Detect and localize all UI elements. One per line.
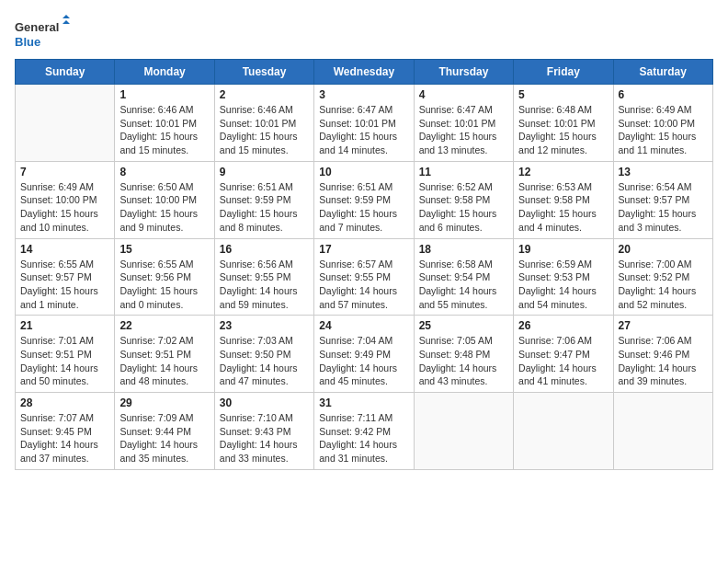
day-info: Sunrise: 7:05 AM Sunset: 9:48 PM Dayligh… [419, 334, 508, 388]
day-number: 24 [319, 319, 408, 332]
day-number: 21 [20, 319, 109, 332]
day-number: 2 [220, 88, 309, 101]
day-number: 10 [319, 166, 408, 178]
calendar-cell: 7Sunrise: 6:49 AM Sunset: 10:00 PM Dayli… [16, 161, 115, 238]
day-info: Sunrise: 7:10 AM Sunset: 9:43 PM Dayligh… [220, 411, 309, 465]
calendar-cell [514, 393, 613, 470]
calendar-cell: 8Sunrise: 6:50 AM Sunset: 10:00 PM Dayli… [115, 161, 214, 238]
day-number: 11 [419, 166, 508, 178]
day-number: 1 [119, 88, 209, 101]
calendar-week-3: 14Sunrise: 6:55 AM Sunset: 9:57 PM Dayli… [16, 238, 713, 316]
day-info: Sunrise: 6:54 AM Sunset: 9:57 PM Dayligh… [619, 180, 708, 235]
day-info: Sunrise: 6:55 AM Sunset: 9:57 PM Dayligh… [20, 258, 109, 312]
day-info: Sunrise: 6:50 AM Sunset: 10:00 PM Daylig… [119, 180, 209, 235]
day-info: Sunrise: 6:51 AM Sunset: 9:59 PM Dayligh… [220, 180, 309, 235]
day-number: 20 [619, 243, 708, 256]
logo-svg: General Blue [15, 15, 70, 52]
calendar-cell: 16Sunrise: 6:56 AM Sunset: 9:55 PM Dayli… [214, 238, 313, 316]
day-number: 31 [319, 396, 408, 409]
calendar-cell: 24Sunrise: 7:04 AM Sunset: 9:49 PM Dayli… [314, 316, 414, 393]
day-info: Sunrise: 6:51 AM Sunset: 9:59 PM Dayligh… [319, 180, 408, 235]
calendar-cell: 29Sunrise: 7:09 AM Sunset: 9:44 PM Dayli… [115, 393, 214, 470]
day-info: Sunrise: 6:58 AM Sunset: 9:54 PM Dayligh… [419, 258, 508, 312]
day-info: Sunrise: 6:53 AM Sunset: 9:58 PM Dayligh… [518, 180, 608, 235]
day-number: 17 [319, 243, 408, 256]
calendar-cell: 23Sunrise: 7:03 AM Sunset: 9:50 PM Dayli… [214, 316, 313, 393]
calendar-cell: 4Sunrise: 6:47 AM Sunset: 10:01 PM Dayli… [414, 85, 513, 162]
day-info: Sunrise: 6:47 AM Sunset: 10:01 PM Daylig… [319, 103, 408, 157]
calendar-cell: 6Sunrise: 6:49 AM Sunset: 10:00 PM Dayli… [613, 85, 712, 162]
svg-marker-3 [63, 20, 70, 24]
calendar-cell: 13Sunrise: 6:54 AM Sunset: 9:57 PM Dayli… [613, 161, 712, 238]
calendar-week-2: 7Sunrise: 6:49 AM Sunset: 10:00 PM Dayli… [16, 161, 713, 238]
day-number: 16 [220, 243, 309, 256]
day-header-tuesday: Tuesday [214, 60, 313, 85]
day-header-sunday: Sunday [16, 60, 115, 85]
day-number: 7 [20, 166, 109, 178]
calendar-cell: 5Sunrise: 6:48 AM Sunset: 10:01 PM Dayli… [514, 85, 613, 162]
calendar-cell: 26Sunrise: 7:06 AM Sunset: 9:47 PM Dayli… [514, 316, 613, 393]
day-number: 22 [119, 319, 209, 332]
day-info: Sunrise: 7:07 AM Sunset: 9:45 PM Dayligh… [20, 411, 109, 465]
day-info: Sunrise: 6:49 AM Sunset: 10:00 PM Daylig… [20, 180, 109, 235]
day-number: 4 [419, 88, 508, 101]
day-header-saturday: Saturday [613, 60, 712, 85]
calendar-week-1: 1Sunrise: 6:46 AM Sunset: 10:01 PM Dayli… [16, 85, 713, 162]
calendar-cell: 12Sunrise: 6:53 AM Sunset: 9:58 PM Dayli… [514, 161, 613, 238]
calendar-cell: 30Sunrise: 7:10 AM Sunset: 9:43 PM Dayli… [214, 393, 313, 470]
day-number: 26 [518, 319, 608, 332]
day-header-thursday: Thursday [414, 60, 513, 85]
calendar-cell [613, 393, 712, 470]
calendar-cell: 9Sunrise: 6:51 AM Sunset: 9:59 PM Daylig… [214, 161, 313, 238]
calendar-cell: 17Sunrise: 6:57 AM Sunset: 9:55 PM Dayli… [314, 238, 414, 316]
day-number: 6 [619, 88, 708, 101]
calendar-cell: 31Sunrise: 7:11 AM Sunset: 9:42 PM Dayli… [314, 393, 414, 470]
day-info: Sunrise: 7:00 AM Sunset: 9:52 PM Dayligh… [619, 258, 708, 312]
day-number: 3 [319, 88, 408, 101]
day-number: 19 [518, 243, 608, 256]
day-info: Sunrise: 7:09 AM Sunset: 9:44 PM Dayligh… [119, 411, 209, 465]
calendar-cell: 15Sunrise: 6:55 AM Sunset: 9:56 PM Dayli… [115, 238, 214, 316]
calendar-cell: 22Sunrise: 7:02 AM Sunset: 9:51 PM Dayli… [115, 316, 214, 393]
day-info: Sunrise: 6:46 AM Sunset: 10:01 PM Daylig… [119, 103, 209, 157]
day-header-friday: Friday [514, 60, 613, 85]
day-number: 25 [419, 319, 508, 332]
day-info: Sunrise: 6:46 AM Sunset: 10:01 PM Daylig… [220, 103, 309, 157]
day-info: Sunrise: 7:06 AM Sunset: 9:47 PM Dayligh… [518, 334, 608, 388]
calendar-cell: 18Sunrise: 6:58 AM Sunset: 9:54 PM Dayli… [414, 238, 513, 316]
calendar-cell: 20Sunrise: 7:00 AM Sunset: 9:52 PM Dayli… [613, 238, 712, 316]
day-number: 5 [518, 88, 608, 101]
calendar-cell: 2Sunrise: 6:46 AM Sunset: 10:01 PM Dayli… [214, 85, 313, 162]
day-number: 14 [20, 243, 109, 256]
day-info: Sunrise: 6:48 AM Sunset: 10:01 PM Daylig… [518, 103, 608, 157]
day-number: 28 [20, 396, 109, 409]
day-info: Sunrise: 7:04 AM Sunset: 9:49 PM Dayligh… [319, 334, 408, 388]
calendar-week-4: 21Sunrise: 7:01 AM Sunset: 9:51 PM Dayli… [16, 316, 713, 393]
svg-marker-2 [63, 15, 70, 18]
svg-text:General: General [15, 20, 59, 34]
day-info: Sunrise: 6:56 AM Sunset: 9:55 PM Dayligh… [220, 258, 309, 312]
day-info: Sunrise: 6:49 AM Sunset: 10:00 PM Daylig… [619, 103, 708, 157]
calendar-cell [414, 393, 513, 470]
calendar-cell [16, 85, 115, 162]
day-number: 15 [119, 243, 209, 256]
calendar-cell: 1Sunrise: 6:46 AM Sunset: 10:01 PM Dayli… [115, 85, 214, 162]
calendar-table: SundayMondayTuesdayWednesdayThursdayFrid… [15, 59, 713, 470]
page-header: General Blue [15, 15, 713, 52]
day-number: 8 [119, 166, 209, 178]
day-info: Sunrise: 6:59 AM Sunset: 9:53 PM Dayligh… [518, 258, 608, 312]
day-info: Sunrise: 6:52 AM Sunset: 9:58 PM Dayligh… [419, 180, 508, 235]
calendar-cell: 27Sunrise: 7:06 AM Sunset: 9:46 PM Dayli… [613, 316, 712, 393]
day-info: Sunrise: 7:02 AM Sunset: 9:51 PM Dayligh… [119, 334, 209, 388]
calendar-header-row: SundayMondayTuesdayWednesdayThursdayFrid… [16, 60, 713, 85]
day-info: Sunrise: 7:11 AM Sunset: 9:42 PM Dayligh… [319, 411, 408, 465]
calendar-cell: 19Sunrise: 6:59 AM Sunset: 9:53 PM Dayli… [514, 238, 613, 316]
svg-text:Blue: Blue [15, 35, 40, 49]
day-info: Sunrise: 7:03 AM Sunset: 9:50 PM Dayligh… [220, 334, 309, 388]
day-number: 18 [419, 243, 508, 256]
day-info: Sunrise: 7:01 AM Sunset: 9:51 PM Dayligh… [20, 334, 109, 388]
calendar-cell: 28Sunrise: 7:07 AM Sunset: 9:45 PM Dayli… [16, 393, 115, 470]
calendar-week-5: 28Sunrise: 7:07 AM Sunset: 9:45 PM Dayli… [16, 393, 713, 470]
day-number: 13 [619, 166, 708, 178]
day-header-monday: Monday [115, 60, 214, 85]
